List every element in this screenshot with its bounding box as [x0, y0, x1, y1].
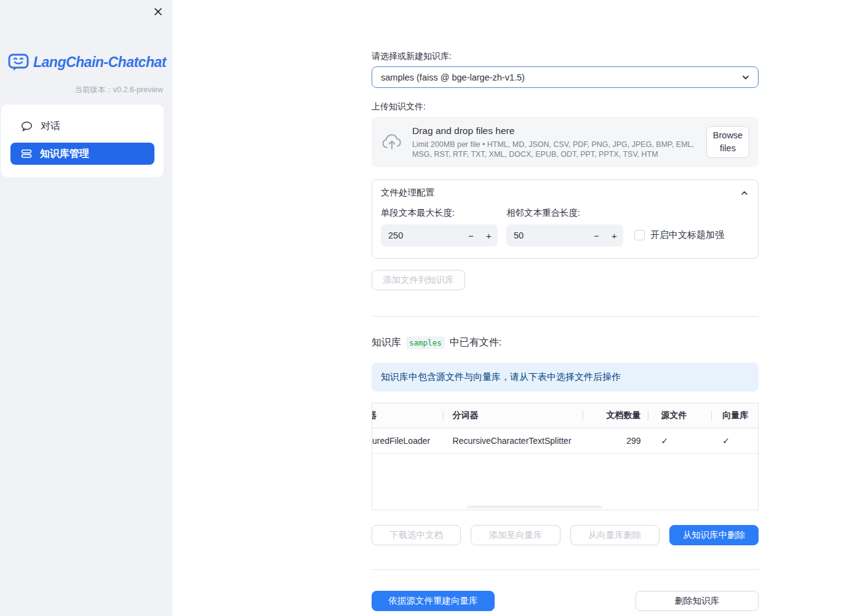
table-header-row: 器 分词器 文档数量 源文件 向量库 [372, 403, 758, 428]
kb-files-table: 器 分词器 文档数量 源文件 向量库 uredFileLoader Recurs… [372, 403, 759, 510]
browse-files-button[interactable]: Browse files [706, 126, 749, 158]
delete-from-vector-store-button[interactable]: 从向量库删除 [570, 525, 660, 545]
overlap-size-group: 相邻文本重合长度: 50 − + [506, 207, 623, 247]
main-content: 请选择或新建知识库: samples (faiss @ bge-large-zh… [372, 0, 759, 611]
dropzone-hint: Limit 200MB per file • HTML, MD, JSON, C… [412, 140, 706, 159]
expander-title: 文件处理配置 [381, 187, 739, 199]
menu-item-label: 知识库管理 [40, 148, 89, 160]
kb-select-dropdown[interactable]: samples (faiss @ bge-large-zh-v1.5) [372, 66, 759, 88]
checkbox-label: 开启中文标题加强 [650, 229, 724, 241]
kb-files-heading: 知识库 samples 中已有文件: [372, 336, 759, 349]
kb-select-value: samples (faiss @ bge-large-zh-v1.5) [381, 73, 741, 82]
add-files-to-kb-button[interactable]: 添加文件到知识库 [372, 270, 465, 290]
upload-label: 上传知识文件: [372, 101, 759, 112]
bottom-actions: 依据源文件重建向量库 删除知识库 [372, 591, 759, 611]
delete-from-kb-button[interactable]: 从知识库中删除 [669, 525, 759, 545]
column-header-splitter[interactable]: 分词器 [443, 403, 583, 428]
expander-body: 单段文本最大长度: 250 − + 相邻文本重合长度: 50 − + 开启中文标… [372, 204, 758, 258]
table-horizontal-scrollbar[interactable] [467, 505, 602, 508]
cell-source-file-check: ✓ [648, 428, 712, 453]
overlap-size-value[interactable]: 50 [506, 231, 588, 240]
cell-loader: uredFileLoader [372, 428, 443, 453]
row-actions: 下载选中文档 添加至向量库 从向量库删除 从知识库中删除 [372, 525, 759, 545]
menu-item-knowledge-base[interactable]: 知识库管理 [10, 143, 154, 165]
column-header-loader[interactable]: 器 [372, 403, 443, 428]
expander-header[interactable]: 文件处理配置 [372, 180, 758, 204]
sidebar-menu: 对话 知识库管理 [1, 105, 164, 177]
overlap-size-decrement-button[interactable]: − [588, 224, 605, 247]
version-text: 当前版本：v0.2.6-preview [74, 85, 163, 95]
download-selected-docs-button[interactable]: 下载选中文档 [372, 525, 461, 545]
overlap-size-increment-button[interactable]: + [605, 224, 623, 247]
chunk-size-input: 250 − + [381, 224, 498, 247]
divider [372, 316, 759, 317]
kb-name-code: samples [406, 336, 445, 349]
chunk-size-increment-button[interactable]: + [480, 224, 498, 247]
close-icon [154, 7, 162, 16]
zh-title-enhance-checkbox[interactable]: 开启中文标题加强 [634, 229, 724, 241]
kb-select-label: 请选择或新建知识库: [372, 50, 759, 61]
chevron-down-icon [741, 73, 751, 82]
column-header-vector-store[interactable]: 向量库 [711, 403, 758, 428]
cell-vector-store-check: ✓ [711, 428, 758, 453]
rebuild-vector-store-button[interactable]: 依据源文件重建向量库 [372, 591, 495, 611]
add-to-vector-store-button[interactable]: 添加至向量库 [471, 525, 560, 545]
cell-doc-count: 299 [583, 428, 648, 453]
cell-splitter: RecursiveCharacterTextSplitter [443, 428, 583, 453]
chunk-size-group: 单段文本最大长度: 250 − + [381, 207, 498, 247]
menu-item-label: 对话 [41, 120, 60, 133]
info-banner: 知识库中包含源文件与向量库，请从下表中选择文件后操作 [372, 363, 759, 392]
file-dropzone[interactable]: Drag and drop files here Limit 200MB per… [372, 117, 759, 167]
cloud-upload-icon [381, 133, 402, 151]
chevron-up-icon [739, 188, 749, 198]
sidebar-close-button[interactable] [151, 5, 165, 18]
overlap-size-input: 50 − + [506, 224, 623, 247]
chunk-size-value[interactable]: 250 [381, 231, 462, 240]
divider [372, 569, 759, 570]
table-row[interactable]: uredFileLoader RecursiveCharacterTextSpl… [372, 428, 758, 454]
file-config-expander: 文件处理配置 单段文本最大长度: 250 − + 相邻文本重合长度: 50 − … [372, 180, 759, 259]
chunk-size-label: 单段文本最大长度: [381, 207, 498, 219]
menu-item-dialogue[interactable]: 对话 [10, 115, 154, 137]
chat-logo-icon [8, 53, 29, 71]
dropzone-title: Drag and drop files here [412, 125, 706, 137]
checkbox-icon [634, 230, 645, 240]
chat-bubble-icon [21, 121, 33, 132]
overlap-size-label: 相邻文本重合长度: [506, 207, 623, 219]
column-header-source-file[interactable]: 源文件 [648, 403, 712, 428]
dropzone-text: Drag and drop files here Limit 200MB per… [412, 125, 706, 159]
delete-kb-button[interactable]: 删除知识库 [636, 591, 759, 611]
sidebar: LangChain-Chatchat 当前版本：v0.2.6-preview 对… [0, 0, 172, 616]
column-header-doc-count[interactable]: 文档数量 [583, 403, 648, 428]
app-logo: LangChain-Chatchat [8, 53, 166, 71]
app-title: LangChain-Chatchat [33, 54, 166, 71]
chunk-size-decrement-button[interactable]: − [462, 224, 480, 247]
stacked-bars-icon [21, 149, 32, 159]
